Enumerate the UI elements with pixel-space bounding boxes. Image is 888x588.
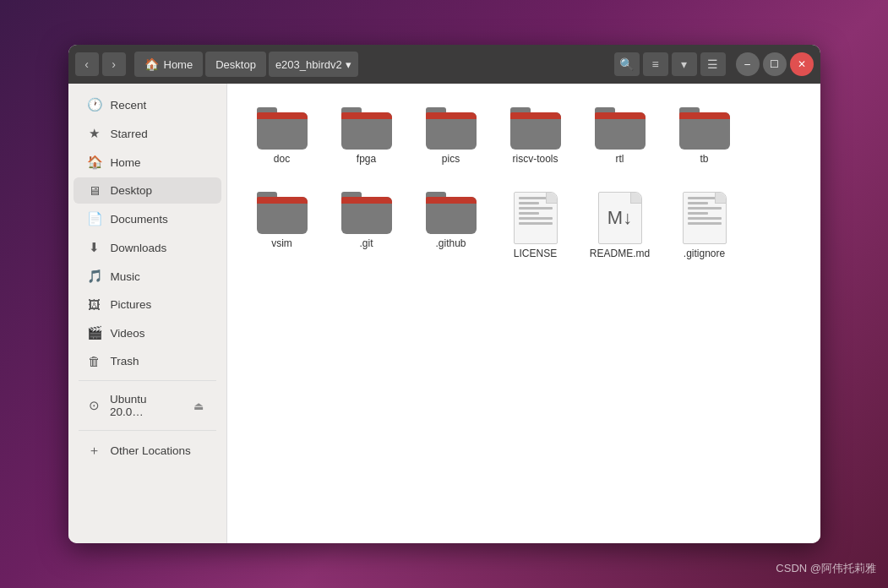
forward-button[interactable]: › xyxy=(102,52,126,76)
sidebar-item-desktop[interactable]: 🖥 Desktop xyxy=(74,177,221,204)
music-icon: 🎵 xyxy=(87,269,102,284)
sidebar-item-music[interactable]: 🎵 Music xyxy=(74,263,221,290)
sidebar-divider-2 xyxy=(79,430,216,431)
file-name-fpga: fpga xyxy=(357,153,376,166)
titlebar: ‹ › 🏠 Home Desktop e203_hbirdv2 ▾ 🔍 ≡ ▾ … xyxy=(68,45,820,84)
other-locations-icon: ＋ xyxy=(87,443,102,459)
file-item-github[interactable]: .github xyxy=(413,185,489,268)
file-name-rtl: rtl xyxy=(616,153,624,166)
home-icon: 🏠 xyxy=(144,57,159,71)
file-item-readme[interactable]: M↓ README.md xyxy=(582,185,658,268)
sidebar-item-recent[interactable]: 🕐 Recent xyxy=(74,91,221,118)
file-name-license: LICENSE xyxy=(514,248,557,261)
menu-button[interactable]: ☰ xyxy=(700,52,726,76)
file-name-riscv-tools: riscv-tools xyxy=(512,153,558,166)
main-area: 🕐 Recent ★ Starred 🏠 Home 🖥 Desktop 📄 Do… xyxy=(68,84,820,543)
view-options-button[interactable]: ▾ xyxy=(672,52,697,76)
file-name-doc: doc xyxy=(274,153,290,166)
trash-icon: 🗑 xyxy=(87,354,102,368)
breadcrumb: 🏠 Home Desktop e203_hbirdv2 ▾ xyxy=(134,52,358,77)
folder-icon-pics xyxy=(426,107,477,150)
pictures-icon: 🖼 xyxy=(87,297,102,312)
window-controls: – ☐ ✕ xyxy=(736,52,814,76)
downloads-icon: ⬇ xyxy=(87,240,102,255)
file-grid: doc fpga xyxy=(244,101,804,268)
folder-icon-git xyxy=(341,192,392,234)
documents-icon: 📄 xyxy=(87,211,102,226)
file-manager-window: ‹ › 🏠 Home Desktop e203_hbirdv2 ▾ 🔍 ≡ ▾ … xyxy=(68,45,820,543)
back-button[interactable]: ‹ xyxy=(75,52,99,76)
folder-icon-vsim xyxy=(257,192,308,234)
desktop-icon: 🖥 xyxy=(87,183,102,198)
minimize-button[interactable]: – xyxy=(736,52,760,76)
folder-icon-doc xyxy=(257,107,308,150)
sidebar-item-starred[interactable]: ★ Starred xyxy=(74,120,221,147)
file-item-doc[interactable]: doc xyxy=(244,101,320,177)
maximize-button[interactable]: ☐ xyxy=(763,52,787,76)
text-icon-license xyxy=(514,192,558,244)
file-name-vsim: vsim xyxy=(271,237,292,251)
breadcrumb-desktop[interactable]: Desktop xyxy=(205,52,266,77)
sidebar-divider-1 xyxy=(79,380,216,381)
toolbar-actions: 🔍 ≡ ▾ ☰ xyxy=(614,52,726,76)
list-view-button[interactable]: ≡ xyxy=(643,52,668,76)
file-item-vsim[interactable]: vsim xyxy=(244,185,320,268)
watermark: CSDN @阿伟托莉雅 xyxy=(776,561,876,576)
close-button[interactable]: ✕ xyxy=(790,52,814,76)
recent-icon: 🕐 xyxy=(87,97,102,112)
gi-icon-gitignore xyxy=(683,192,727,244)
sidebar-item-ubuntu[interactable]: ⊙ Ubuntu 20.0… ⏏ xyxy=(74,387,221,424)
sidebar-item-other-locations[interactable]: ＋ Other Locations xyxy=(74,437,221,465)
file-item-pics[interactable]: pics xyxy=(413,101,489,177)
file-name-github: .github xyxy=(435,237,466,251)
file-item-license[interactable]: LICENSE xyxy=(498,185,574,268)
sidebar: 🕐 Recent ★ Starred 🏠 Home 🖥 Desktop 📄 Do… xyxy=(68,84,227,543)
sidebar-item-trash[interactable]: 🗑 Trash xyxy=(74,348,221,374)
starred-icon: ★ xyxy=(87,126,102,141)
folder-icon-fpga xyxy=(341,107,392,150)
file-name-gitignore: .gitignore xyxy=(684,248,725,261)
file-name-readme: README.md xyxy=(590,248,650,261)
sidebar-item-home[interactable]: 🏠 Home xyxy=(74,149,221,176)
file-item-rtl[interactable]: rtl xyxy=(582,101,658,177)
file-item-fpga[interactable]: fpga xyxy=(329,101,405,177)
sidebar-item-downloads[interactable]: ⬇ Downloads xyxy=(74,234,221,261)
file-name-tb: tb xyxy=(700,153,708,166)
folder-icon-github xyxy=(426,192,477,234)
folder-icon-tb xyxy=(679,107,730,150)
eject-button[interactable]: ⏏ xyxy=(189,396,207,415)
home-sidebar-icon: 🏠 xyxy=(87,155,102,170)
file-item-git[interactable]: .git xyxy=(329,185,405,268)
file-item-riscv-tools[interactable]: riscv-tools xyxy=(498,101,574,177)
videos-icon: 🎬 xyxy=(87,325,102,340)
folder-icon-riscv-tools xyxy=(510,107,561,150)
folder-icon-rtl xyxy=(595,107,646,150)
sidebar-item-videos[interactable]: 🎬 Videos xyxy=(74,319,221,346)
sidebar-item-documents[interactable]: 📄 Documents xyxy=(74,205,221,232)
breadcrumb-e203[interactable]: e203_hbirdv2 ▾ xyxy=(269,52,358,77)
search-button[interactable]: 🔍 xyxy=(614,52,640,76)
drive-icon: ⊙ xyxy=(87,398,101,413)
file-name-pics: pics xyxy=(442,153,460,166)
breadcrumb-home[interactable]: 🏠 Home xyxy=(134,52,204,77)
file-item-gitignore[interactable]: .gitignore xyxy=(667,185,743,268)
file-name-git: .git xyxy=(359,237,373,251)
md-icon-readme: M↓ xyxy=(598,192,642,244)
dropdown-arrow-icon: ▾ xyxy=(346,58,351,71)
file-item-tb[interactable]: tb xyxy=(667,101,743,177)
sidebar-item-pictures[interactable]: 🖼 Pictures xyxy=(74,291,221,318)
file-content-area: doc fpga xyxy=(227,84,820,543)
